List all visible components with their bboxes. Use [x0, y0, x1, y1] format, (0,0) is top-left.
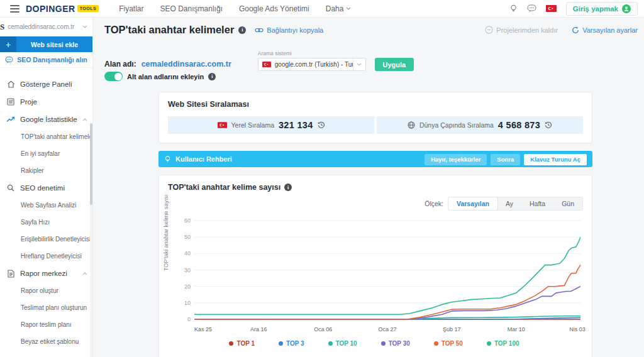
global-ranking-label: Dünya Çapında Sıralama — [419, 121, 494, 129]
legend-dot-icon — [487, 341, 491, 346]
scale-button-hafta[interactable]: Hafta — [521, 197, 553, 210]
default-settings-button[interactable]: Varsayılan ayarlar — [572, 26, 638, 34]
guide-button-hayır-teşekkürler[interactable]: Hayır, teşekkürler — [425, 154, 487, 165]
x-tick-label: Ara 16 — [250, 326, 267, 332]
add-website-button[interactable]: + Web sitesi ekle — [0, 36, 92, 52]
info-icon[interactable]: i — [238, 26, 246, 34]
sidebar-subitem-beyaz-etiket-şablonu[interactable]: Beyaz etiket şablonu — [0, 333, 92, 350]
globe-icon — [408, 121, 415, 129]
legend-item-top-3[interactable]: TOP 3 — [279, 340, 304, 347]
nav-item-daha[interactable]: Daha — [326, 4, 352, 13]
y-tick-label: 50 — [173, 234, 191, 240]
login-button[interactable]: Giriş yapmak — [566, 2, 638, 16]
info-icon[interactable]: i — [208, 73, 216, 80]
plus-icon: + — [0, 36, 16, 52]
copy-link-button[interactable]: Bağlantıyı kopyala — [255, 26, 323, 34]
turkey-flag-icon[interactable] — [546, 5, 557, 12]
login-label: Giriş yapmak — [573, 5, 618, 13]
y-tick-label: 20 — [173, 283, 191, 290]
global-ranking-panel: Dünya Çapında Sıralama 4 568 873 — [377, 116, 583, 134]
nav-item-google-ads-y-netimi[interactable]: Google Ads Yönetimi — [239, 4, 309, 13]
search-system-select[interactable]: google.com.tr (Turkish) - Turkey — [258, 58, 366, 71]
lightbulb-icon[interactable] — [509, 4, 518, 13]
page-header: TOP'taki anahtar kelimeler i Bağlantıyı … — [104, 24, 638, 36]
sidebar-subitem-rapor-teslim-planı[interactable]: Rapor teslim planı — [0, 316, 92, 333]
site-favicon: S — [0, 22, 4, 32]
y-tick-label: 40 — [173, 250, 191, 256]
sidebar-item-google-i-statistikleri[interactable]: Google İstatistikleri — [0, 111, 92, 128]
sidebar-subitem-top-taki-anahtar-kelimeler[interactable]: TOP'taki anahtar kelimeler — [0, 128, 92, 145]
legend-item-top-50[interactable]: TOP 50 — [434, 340, 463, 347]
subdomain-toggle-label: Alt alan adlarını ekleyin — [127, 73, 204, 80]
sidebar-item-proje[interactable]: Proje — [0, 93, 92, 111]
legend-item-top-30[interactable]: TOP 30 — [381, 340, 410, 347]
sidebar-item-gösterge-paneli[interactable]: Gösterge Paneli — [0, 75, 92, 93]
scale-button-ay[interactable]: Ay — [497, 197, 521, 210]
app-logo[interactable]: DOPINGER TOOLS — [26, 4, 99, 14]
project-icon — [6, 98, 15, 106]
chat-bubble-icon[interactable] — [527, 4, 536, 13]
sidebar-subitem-sayfa-hızı[interactable]: Sayfa Hızı — [0, 214, 92, 231]
user-guide-title: Kullanıcı Rehberi — [175, 155, 416, 163]
history-icon[interactable] — [318, 121, 325, 129]
chart-plot-area[interactable] — [194, 217, 580, 324]
x-tick-label: Mar 10 — [508, 326, 525, 332]
sidebar-scrollbar-thumb[interactable] — [90, 123, 92, 205]
local-ranking-label: Yerel Sıralama — [231, 121, 274, 129]
search-icon — [6, 184, 15, 192]
sidebar-subitem-teslimat-planı-oluşturun[interactable]: Teslimat planı oluşturun — [0, 299, 92, 316]
sidebar-subitem-hreflang-denetleyicisi[interactable]: Hreflang Denetleyicisi — [0, 248, 92, 265]
sidebar-item-rapor-merkezi[interactable]: Rapor merkezi — [0, 265, 92, 282]
nav-item-seo-dan-manl-[interactable]: SEO Danışmanlığı — [160, 4, 223, 13]
logo-badge: TOOLS — [77, 5, 99, 12]
sidebar-subitem-en-iyi-sayfalar[interactable]: En iyi sayfalar — [0, 145, 92, 162]
chart-legend: TOP 1TOP 3TOP 10TOP 30TOP 50TOP 100 — [165, 340, 583, 347]
remove-from-projects-label: Projelerimden kaldır — [496, 26, 558, 34]
sidebar-subitem-web-sayfası-analizi[interactable]: Web Sayfası Analizi — [0, 197, 92, 214]
history-icon[interactable] — [545, 121, 552, 129]
legend-dot-icon — [434, 341, 438, 346]
chart-title: TOP'taki anahtar kelime sayısı — [168, 183, 280, 192]
site-selector[interactable]: S cemaleddinsarac.com.tr — [0, 18, 92, 36]
domain-label: Alan adı: — [104, 60, 136, 69]
scale-button-gün[interactable]: Gün — [553, 197, 582, 210]
local-ranking-panel: Yerel Sıralama 321 134 — [168, 116, 374, 134]
x-tick-label: Şub 17 — [443, 326, 461, 332]
info-icon[interactable]: i — [284, 184, 292, 191]
legend-item-top-100[interactable]: TOP 100 — [487, 340, 519, 347]
sidebar-subitem-rakipler[interactable]: Rakipler — [0, 162, 92, 179]
lightbulb-icon — [164, 155, 171, 163]
legend-item-top-10[interactable]: TOP 10 — [328, 340, 357, 347]
sidebar: S cemaleddinsarac.com.tr + Web sitesi ek… — [0, 18, 93, 357]
remove-from-projects-button[interactable]: Projelerimden kaldır — [485, 26, 558, 34]
sidebar-subitem-rapor-oluştur[interactable]: Rapor oluştur — [0, 282, 92, 299]
y-tick-label: 10 — [173, 300, 191, 306]
legend-dot-icon — [229, 341, 233, 346]
y-tick-label: 0 — [173, 316, 191, 322]
seo-consulting-button[interactable]: SEO Danışmanlığı alın — [0, 52, 92, 68]
sidebar-menu: Gösterge PaneliProjeGoogle İstatistikler… — [0, 68, 92, 350]
chevron-up-icon[interactable] — [82, 118, 87, 121]
legend-item-top-1[interactable]: TOP 1 — [229, 340, 255, 347]
apply-button[interactable]: Uygula — [375, 58, 414, 71]
scale-button-varsayılan[interactable]: Varsayılan — [448, 197, 497, 210]
domain-value[interactable]: cemaleddinsarac.com.tr — [142, 60, 231, 69]
guide-button-sonra[interactable]: Sonra — [491, 154, 520, 165]
sidebar-subitem-erişilebilirlik-denetleyicisi[interactable]: Erişilebilirlik Denetleyicisi — [0, 231, 92, 248]
refresh-icon — [572, 26, 579, 34]
subdomain-toggle[interactable] — [104, 72, 123, 81]
chevron-up-icon[interactable] — [82, 272, 87, 275]
guide-button-klavuz-turunu-aç[interactable]: Klavuz Turunu Aç — [524, 154, 587, 165]
chevron-down-icon — [353, 58, 365, 70]
y-tick-label: 30 — [173, 267, 191, 273]
chat-bubble-icon — [5, 57, 13, 63]
default-settings-label: Varsayılan ayarlar — [582, 26, 638, 34]
subdomain-toggle-row: Alt alan adlarını ekleyin i — [104, 72, 216, 81]
chart-y-axis-label: TOP'taki anahtar kelime sayısı — [163, 194, 169, 271]
nav-item-fiyatlar[interactable]: Fiyatlar — [119, 4, 143, 13]
page-title: TOP'taki anahtar kelimeler — [104, 24, 234, 36]
sidebar-item-seo-denetimi[interactable]: SEO denetimi — [0, 179, 92, 197]
hamburger-menu-icon[interactable] — [10, 5, 19, 13]
scale-label: Ölçek: — [425, 200, 443, 207]
turkey-flag-icon — [218, 122, 227, 128]
